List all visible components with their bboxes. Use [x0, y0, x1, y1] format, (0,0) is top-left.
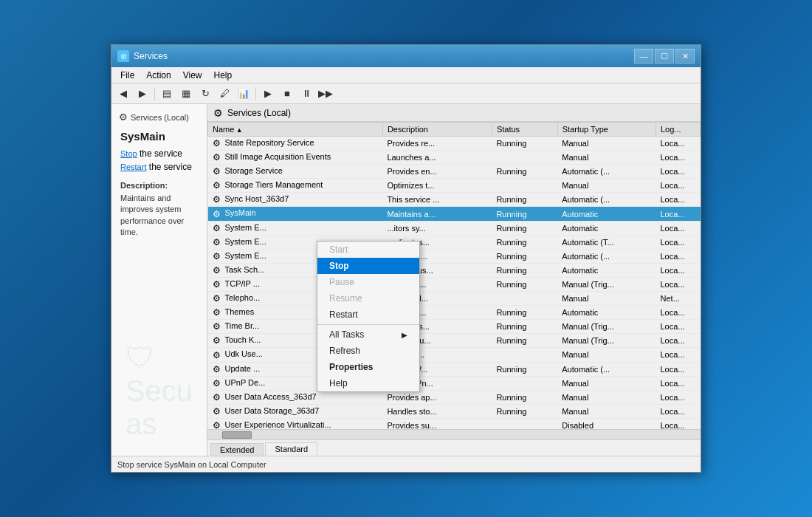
toolbar-separator-2	[255, 87, 256, 100]
back-button[interactable]: ◀	[114, 86, 132, 102]
context-menu-item-properties[interactable]: Properties	[317, 359, 419, 375]
minimize-button[interactable]: —	[634, 49, 653, 64]
service-name-cell: ⚙System E...	[208, 221, 383, 235]
context-menu-item-pause: Pause	[317, 274, 419, 290]
status-cell	[492, 292, 557, 306]
table-row[interactable]: ⚙User Data Storage_363d7Handles sto...Ru…	[208, 404, 701, 418]
service-icon: ⚙	[213, 335, 223, 346]
main-content: ⚙ Services (Local) SysMain Stop the serv…	[111, 104, 701, 456]
menu-help[interactable]: Help	[208, 69, 238, 82]
menu-action[interactable]: Action	[140, 69, 176, 82]
service-icon: ⚙	[213, 180, 223, 191]
context-menu-item-refresh[interactable]: Refresh	[317, 343, 419, 359]
status-cell: Running	[492, 390, 557, 404]
table-row[interactable]: ⚙SysMainMaintains a...RunningAutomaticLo…	[208, 207, 701, 221]
status-cell: Running	[492, 306, 557, 320]
restart-service-action[interactable]: Restart the service	[120, 162, 198, 172]
service-icon: ⚙	[213, 152, 223, 162]
table-row[interactable]: ⚙Telepho......ides Tel...ManualNet...	[208, 292, 701, 306]
maximize-button[interactable]: ☐	[655, 49, 674, 64]
stop-link[interactable]: Stop	[120, 149, 137, 158]
export-button[interactable]: 🖊	[216, 86, 233, 102]
table-row[interactable]: ⚙Storage ServiceProvides en...RunningAut…	[208, 165, 701, 179]
tab-standard[interactable]: Standard	[265, 442, 317, 456]
services-header-icon: ⚙	[213, 107, 223, 119]
context-menu-item-stop[interactable]: Stop	[317, 258, 419, 274]
table-row[interactable]: ⚙User Experience Virtualizati...Provides…	[208, 418, 701, 429]
table-row[interactable]: ⚙Storage Tiers ManagementOptimizes t...M…	[208, 179, 701, 193]
forward-button[interactable]: ▶	[134, 86, 151, 102]
table-row[interactable]: ⚙Time Br......rdinates...RunningManual (…	[208, 320, 701, 334]
service-icon: ⚙	[213, 392, 223, 403]
menu-view[interactable]: View	[177, 69, 208, 82]
table-row[interactable]: ⚙TCP/IP ......ides su...RunningManual (T…	[208, 277, 701, 291]
status-cell	[492, 151, 557, 165]
services-local-header: ⚙ Services (Local)	[207, 104, 701, 122]
table-row[interactable]: ⚙UPnP De......ows UPn...ManualLoca...	[208, 376, 701, 390]
table-row[interactable]: ⚙Update ......ages W...RunningAutomatic …	[208, 362, 701, 376]
status-cell: Running	[492, 193, 557, 207]
table-row[interactable]: ⚙State Repository ServiceProvides re...R…	[208, 137, 701, 151]
service-name-cell: ⚙Storage Service	[208, 165, 383, 179]
pause-service-button[interactable]: ⏸	[297, 86, 315, 102]
context-menu-item-help[interactable]: Help	[317, 375, 419, 391]
submenu-arrow-icon: ▶	[402, 331, 407, 339]
col-header-log[interactable]: Log...	[656, 123, 700, 137]
services-table-container[interactable]: Name Description Status Startup Type Log…	[207, 122, 701, 429]
start-service-button[interactable]: ▶	[259, 86, 277, 102]
service-icon: ⚙	[213, 194, 223, 205]
context-menu-label: Resume	[329, 293, 362, 304]
col-header-startup[interactable]: Startup Type	[557, 123, 656, 137]
close-button[interactable]: ✕	[675, 49, 695, 64]
service-name-cell: ⚙Still Image Acquisition Events	[208, 151, 383, 165]
table-row[interactable]: ⚙Touch K......bles Tou...RunningManual (…	[208, 334, 701, 348]
description-label: Description:	[120, 181, 198, 190]
col-header-status[interactable]: Status	[492, 123, 557, 137]
context-menu-item-restart[interactable]: Restart	[317, 307, 419, 323]
desc-cell: Provides ap...	[382, 390, 492, 404]
table-row[interactable]: ⚙Themes...ides us...RunningAutomaticLoca…	[208, 306, 701, 320]
restart-link-text: the service	[146, 162, 191, 172]
table-row[interactable]: ⚙Udk Use......l comp...ManualLoca...	[208, 348, 701, 362]
context-menu-label: Properties	[329, 362, 373, 372]
status-cell: Running	[492, 263, 557, 277]
tab-extended[interactable]: Extended	[210, 443, 264, 456]
desc-cell: Provides en...	[382, 165, 492, 179]
status-cell: Running	[492, 165, 557, 179]
filter-button[interactable]: 📊	[235, 86, 252, 102]
menu-file[interactable]: File	[114, 69, 140, 82]
refresh-button[interactable]: ↻	[196, 86, 214, 102]
view-detail-button[interactable]: ▦	[177, 86, 195, 102]
table-row[interactable]: ⚙System E......itors sy...RunningAutomat…	[208, 221, 701, 235]
startup-cell: Manual	[557, 348, 656, 362]
services-window: ⚙ Services — ☐ ✕ File Action View Help ◀…	[111, 44, 701, 473]
table-row[interactable]: ⚙Task Sch......bles a us...RunningAutoma…	[208, 263, 701, 277]
horizontal-scrollbar[interactable]	[207, 429, 701, 439]
table-row[interactable]: ⚙Sync Host_363d7This service ...RunningA…	[208, 193, 701, 207]
table-row[interactable]: ⚙User Data Access_363d7Provides ap...Run…	[208, 390, 701, 404]
log-cell: Loca...	[656, 376, 700, 390]
stop-service-action[interactable]: Stop the service	[120, 148, 198, 159]
table-row[interactable]: ⚙Still Image Acquisition EventsLaunches …	[208, 151, 701, 165]
col-header-name[interactable]: Name	[208, 123, 383, 137]
table-row[interactable]: ⚙System E......rdinates...RunningAutomat…	[208, 235, 701, 249]
log-cell: Loca...	[656, 306, 700, 320]
table-row[interactable]: ⚙System E......itors an...RunningAutomat…	[208, 249, 701, 263]
horizontal-scroll-thumb[interactable]	[222, 431, 252, 439]
desc-cell: This service ...	[382, 193, 492, 207]
service-icon: ⚙	[213, 279, 223, 290]
desc-cell: Provides su...	[382, 418, 492, 429]
context-menu-item-all-tasks[interactable]: All Tasks▶	[317, 326, 419, 343]
startup-cell: Manual	[557, 151, 656, 165]
stop-service-button[interactable]: ■	[278, 86, 296, 102]
restart-link[interactable]: Restart	[120, 162, 146, 171]
startup-cell: Manual (Trig...	[557, 277, 656, 291]
resume-service-button[interactable]: ▶▶	[317, 86, 334, 102]
log-cell: Loca...	[656, 235, 700, 249]
window-icon: ⚙	[117, 50, 129, 62]
startup-cell: Automatic (...	[557, 249, 656, 263]
col-header-desc[interactable]: Description	[382, 123, 492, 137]
view-list-button[interactable]: ▤	[158, 86, 176, 102]
startup-cell: Manual	[557, 376, 656, 390]
status-cell: Running	[492, 320, 557, 334]
